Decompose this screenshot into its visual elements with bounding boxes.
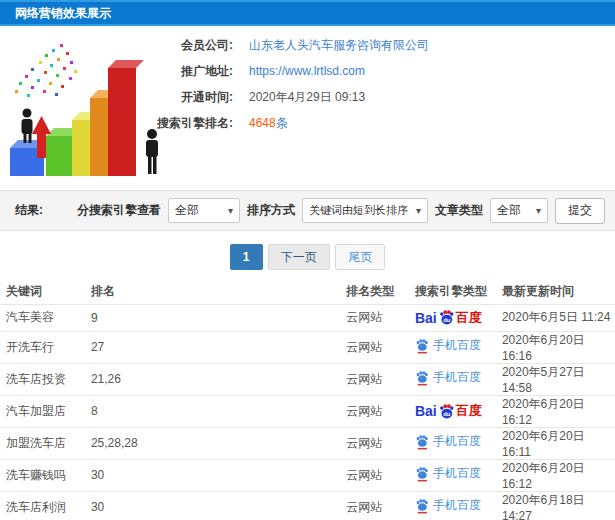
baidu-mobile-paw-icon <box>415 466 429 482</box>
rank-type-cell: 云网站 <box>346 459 409 491</box>
baidu-mobile-paw-icon <box>415 498 429 514</box>
baidu-mobile-logo: 手机百度 <box>415 369 481 386</box>
last-page-button[interactable]: 尾页 <box>335 244 385 270</box>
submit-button[interactable]: 提交 <box>555 198 605 224</box>
rank-type-cell: 云网站 <box>346 395 409 427</box>
header-rank-type: 排名类型 <box>346 280 409 304</box>
engine-cell: 手机百度 <box>409 363 502 395</box>
table-row: 加盟洗车店 25,28,28 云网站 手机百度 2020年6月20日 16:11 <box>0 427 615 459</box>
baidu-mobile-logo: 手机百度 <box>415 337 481 354</box>
engine-rank-value: 4648条 <box>249 115 288 132</box>
filter-controls: 分搜索引擎查看 全部 排序方式 关键词由短到长排序 文章类型 全部 提交 <box>77 198 605 224</box>
baidu-mobile-text: 手机百度 <box>433 369 481 386</box>
sort-label: 排序方式 <box>247 202 295 219</box>
baidu-bai-text: Bai <box>415 403 437 419</box>
baidu-mobile-text: 手机百度 <box>433 465 481 482</box>
page-title: 网络营销效果展示 <box>15 5 111 22</box>
rank-link[interactable]: 9 <box>91 304 346 331</box>
baidu-pc-logo: Bai du 百度 <box>415 402 482 420</box>
table-row: 洗车赚钱吗 30 云网站 手机百度 2020年6月20日 16:12 <box>0 459 615 491</box>
baidu-cn-text: 百度 <box>456 402 482 420</box>
next-page-button[interactable]: 下一页 <box>268 244 330 270</box>
table-row: 汽车美容 9 云网站 Bai du 百度 2020年6月5日 11:24 <box>0 304 615 331</box>
keyword-cell: 开洗车行 <box>0 331 91 363</box>
promo-url-row: 推广地址: https://www.lrtlsd.com <box>0 58 615 84</box>
table-header-row: 关键词 排名 排名类型 搜索引擎类型 最新更新时间 <box>0 280 615 304</box>
updated-cell: 2020年6月20日 16:16 <box>502 331 615 363</box>
results-table-body: 汽车美容 9 云网站 Bai du 百度 2020年6月5日 11:24 开洗车… <box>0 304 615 520</box>
baidu-mobile-paw-icon <box>415 370 429 386</box>
rank-type-cell: 云网站 <box>346 363 409 395</box>
baidu-bai-text: Bai <box>415 310 437 326</box>
engine-filter-label: 分搜索引擎查看 <box>77 202 161 219</box>
rank-type-cell: 云网站 <box>346 331 409 363</box>
engine-cell: 手机百度 <box>409 491 502 520</box>
engine-rank-label: 搜索引擎排名: <box>0 115 233 132</box>
account-info-panel: 会员公司: 山东老人头汽车服务咨询有限公司 推广地址: https://www.… <box>0 32 615 136</box>
rank-link[interactable]: 8 <box>91 395 346 427</box>
sort-select-value: 关键词由短到长排序 <box>309 203 408 218</box>
company-row: 会员公司: 山东老人头汽车服务咨询有限公司 <box>0 32 615 58</box>
rank-link[interactable]: 30 <box>91 491 346 520</box>
sort-select[interactable]: 关键词由短到长排序 <box>302 198 428 223</box>
baidu-mobile-logo: 手机百度 <box>415 497 481 514</box>
rank-type-cell: 云网站 <box>346 491 409 520</box>
pagination: 1 下一页 尾页 <box>0 244 615 270</box>
svg-text:du: du <box>443 410 451 416</box>
rank-link[interactable]: 30 <box>91 459 346 491</box>
promo-url-link[interactable]: https://www.lrtlsd.com <box>249 64 365 78</box>
table-row: 汽车加盟店 8 云网站 Bai du 百度 2020年6月20日 16:12 <box>0 395 615 427</box>
baidu-mobile-paw-icon <box>415 434 429 450</box>
baidu-cn-text: 百度 <box>456 309 482 327</box>
rank-type-cell: 云网站 <box>346 304 409 331</box>
rank-count: 4648 <box>249 116 276 130</box>
company-name-link[interactable]: 山东老人头汽车服务咨询有限公司 <box>249 37 429 54</box>
rank-type-cell: 云网站 <box>346 427 409 459</box>
header-updated: 最新更新时间 <box>502 280 615 304</box>
account-info-section: 会员公司: 山东老人头汽车服务咨询有限公司 推广地址: https://www.… <box>0 26 615 190</box>
page-1-button[interactable]: 1 <box>230 244 263 270</box>
header-bar: 网络营销效果展示 <box>0 0 615 26</box>
company-label: 会员公司: <box>0 37 233 54</box>
article-type-label: 文章类型 <box>435 202 483 219</box>
filter-bar: 结果: 分搜索引擎查看 全部 排序方式 关键词由短到长排序 文章类型 全部 提交 <box>0 190 615 231</box>
header-engine-type: 搜索引擎类型 <box>409 280 502 304</box>
keyword-cell: 洗车店投资 <box>0 363 91 395</box>
header-keyword: 关键词 <box>0 280 91 304</box>
open-time-label: 开通时间: <box>0 89 233 106</box>
keyword-cell: 汽车加盟店 <box>0 395 91 427</box>
baidu-pc-logo: Bai du 百度 <box>415 309 482 327</box>
updated-cell: 2020年6月20日 16:12 <box>502 459 615 491</box>
baidu-mobile-text: 手机百度 <box>433 337 481 354</box>
rank-link[interactable]: 21,26 <box>91 363 346 395</box>
table-row: 开洗车行 27 云网站 手机百度 2020年6月20日 16:16 <box>0 331 615 363</box>
updated-cell: 2020年6月20日 16:12 <box>502 395 615 427</box>
baidu-mobile-text: 手机百度 <box>433 433 481 450</box>
engine-cell: 手机百度 <box>409 331 502 363</box>
keyword-cell: 加盟洗车店 <box>0 427 91 459</box>
baidu-paw-icon: du <box>438 309 455 326</box>
rank-link[interactable]: 25,28,28 <box>91 427 346 459</box>
engine-cell: 手机百度 <box>409 427 502 459</box>
rank-link[interactable]: 27 <box>91 331 346 363</box>
rank-unit: 条 <box>276 116 288 130</box>
engine-select-value: 全部 <box>175 202 199 219</box>
baidu-mobile-text: 手机百度 <box>433 497 481 514</box>
baidu-mobile-logo: 手机百度 <box>415 465 481 482</box>
keyword-cell: 汽车美容 <box>0 304 91 331</box>
baidu-paw-icon: du <box>438 403 455 420</box>
open-time-row: 开通时间: 2020年4月29日 09:13 <box>0 84 615 110</box>
keyword-cell: 洗车赚钱吗 <box>0 459 91 491</box>
engine-cell: Bai du 百度 <box>409 395 502 427</box>
updated-cell: 2020年5月27日 14:58 <box>502 363 615 395</box>
engine-cell: 手机百度 <box>409 459 502 491</box>
engine-cell: Bai du 百度 <box>409 304 502 331</box>
article-type-value: 全部 <box>497 202 521 219</box>
article-type-select[interactable]: 全部 <box>490 198 548 223</box>
open-time-value: 2020年4月29日 09:13 <box>249 89 365 106</box>
baidu-mobile-paw-icon <box>415 338 429 354</box>
table-row: 洗车店利润 30 云网站 手机百度 2020年6月18日 14:27 <box>0 491 615 520</box>
updated-cell: 2020年6月5日 11:24 <box>502 304 615 331</box>
engine-select[interactable]: 全部 <box>168 198 240 223</box>
keyword-cell: 洗车店利润 <box>0 491 91 520</box>
